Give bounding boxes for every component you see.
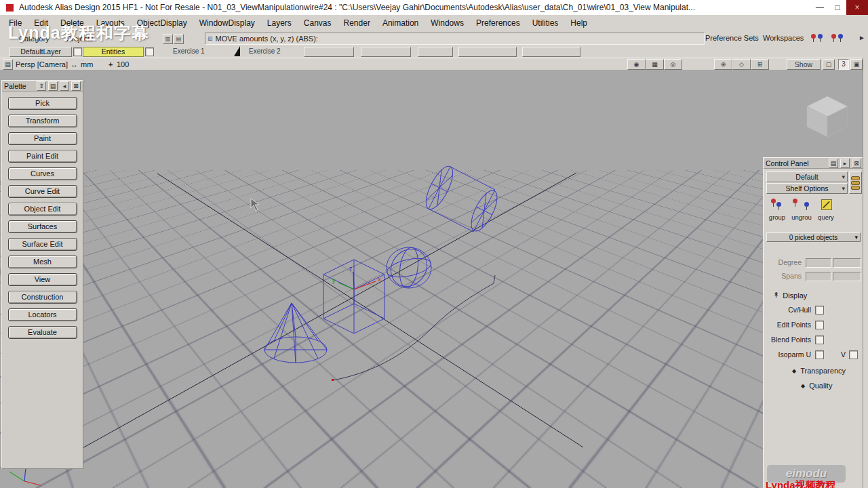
spans-field-1[interactable]	[806, 272, 831, 281]
menu-item-animation[interactable]: Animation	[376, 16, 425, 30]
wireframe-sphere[interactable]	[383, 242, 434, 293]
shelf-empty-slot[interactable]	[304, 47, 354, 57]
curve-endpoint	[332, 379, 334, 381]
cv-hull-checkbox[interactable]	[815, 306, 824, 314]
shelf-stack-button[interactable]	[849, 171, 862, 194]
palette-button-locators[interactable]: Locators	[8, 308, 77, 321]
resize-icon[interactable]: ↔	[71, 60, 78, 68]
palette-button-view[interactable]: View	[8, 273, 77, 286]
palette-menu-icon[interactable]: ▤	[48, 81, 58, 91]
move-icon[interactable]: +	[108, 60, 113, 68]
menu-item-render[interactable]: Render	[338, 16, 376, 30]
wireframe-cylinder[interactable]	[421, 163, 502, 235]
display-section-header[interactable]: ↟ Display	[773, 291, 807, 300]
zoom-icon[interactable]: ◎	[664, 59, 682, 70]
isoparm-v-label: V	[841, 350, 846, 359]
layout-icon[interactable]: ▣	[850, 59, 863, 70]
shelf-options-dropdown[interactable]: Shelf Options ▾	[766, 183, 848, 194]
picked-objects-bar[interactable]: 0 picked objects ▾	[766, 232, 861, 242]
palette-close-icon[interactable]: ⊠	[71, 81, 81, 91]
window-menu-icon[interactable]: ▤	[3, 59, 13, 70]
close-button[interactable]: ×	[846, 0, 868, 15]
palette-button-construction[interactable]: Construction	[8, 291, 77, 304]
menu-item-windows[interactable]: Windows	[425, 16, 470, 30]
orbit-icon[interactable]: ◇	[732, 59, 751, 70]
transparency-label: Transparency	[800, 367, 846, 375]
workspaces-button[interactable]: Workspaces	[763, 34, 804, 42]
fit-view-icon[interactable]: ⊞	[751, 59, 769, 70]
minimize-button[interactable]: —	[811, 3, 829, 12]
perspective-viewport[interactable]: z x y	[0, 70, 868, 488]
wireframe-cube[interactable]	[323, 260, 384, 333]
palette-button-paint-edit[interactable]: Paint Edit	[8, 150, 77, 163]
palette-button-evaluate[interactable]: Evaluate	[8, 326, 77, 339]
shelf-tab-exercise1[interactable]: Exercise 1	[170, 47, 235, 56]
wireframe-curve[interactable]	[332, 275, 495, 381]
palette-button-paint[interactable]: Paint	[8, 132, 77, 145]
edit-points-checkbox[interactable]	[815, 321, 824, 329]
palette-button-curves[interactable]: Curves	[8, 167, 77, 180]
control-panel-header[interactable]: Control Panel ▤ ▸ ⊠	[764, 158, 863, 169]
palette-button-surfaces[interactable]: Surfaces	[8, 220, 77, 233]
quality-toggle[interactable]: ◆ Quality	[801, 382, 832, 390]
grid-size-value[interactable]: 100	[117, 60, 129, 68]
show-button[interactable]: Show	[787, 59, 821, 70]
blend-points-checkbox[interactable]	[815, 336, 824, 344]
palette-button-surface-edit[interactable]: Surface Edit	[8, 238, 77, 251]
palette-button-transform[interactable]: Transform	[8, 115, 77, 127]
spans-field-2[interactable]	[833, 272, 861, 281]
blend-points-row: Blend Points	[764, 336, 863, 346]
palette-button-pick[interactable]: Pick	[8, 97, 77, 110]
preset-dropdown[interactable]: Default ▾	[766, 171, 848, 182]
menu-item-utilities[interactable]: Utilities	[526, 16, 565, 30]
shelf-empty-slot[interactable]	[361, 47, 411, 57]
isoparm-v-checkbox[interactable]	[849, 350, 858, 359]
tree-icon: ↟	[773, 291, 779, 300]
group-tool[interactable]: group	[765, 196, 789, 227]
film-gate-icon[interactable]: ▦	[646, 59, 664, 70]
degree-field-1[interactable]	[806, 258, 831, 268]
query-tool[interactable]: query	[814, 196, 838, 227]
wireframe-cone[interactable]	[264, 303, 327, 363]
frame-icon[interactable]: ▢	[823, 59, 835, 70]
camera-label[interactable]: Persp [Camera]	[16, 60, 68, 68]
viewport-canvas[interactable]: z x y	[0, 70, 868, 488]
shelf-tab-exercise2[interactable]: Exercise 2	[245, 47, 302, 56]
list-toggle-icon[interactable]: ▤	[174, 34, 184, 44]
toolbar-overflow-arrow[interactable]: ►	[859, 34, 865, 41]
palette-collapse-icon[interactable]: ◂	[60, 81, 69, 91]
shelf-empty-slot[interactable]	[418, 47, 453, 57]
menu-item-canvas[interactable]: Canvas	[298, 16, 338, 30]
transparency-toggle[interactable]: ◆ Transparency	[792, 367, 846, 375]
look-through-icon[interactable]: ◉	[627, 59, 646, 70]
palette-resize-icon[interactable]: ⇕	[37, 81, 46, 91]
blue-pin-icon	[818, 34, 823, 42]
marker-pins-a[interactable]	[811, 34, 823, 42]
palette-button-curve-edit[interactable]: Curve Edit	[8, 185, 77, 198]
shelf-empty-slot[interactable]	[458, 47, 517, 57]
control-panel-menu-icon[interactable]: ▤	[829, 159, 838, 168]
menu-item-help[interactable]: Help	[564, 16, 593, 30]
degree-field-2[interactable]	[833, 258, 861, 268]
prompt-line-input[interactable]: ⊞ MOVE amounts (x, y, z) (ABS):	[205, 33, 705, 45]
isoparm-u-checkbox[interactable]	[815, 350, 824, 359]
menu-item-layers[interactable]: Layers	[261, 16, 298, 30]
menu-item-windowdisplay[interactable]: WindowDisplay	[193, 16, 261, 30]
preference-sets-button[interactable]: Preference Sets	[705, 34, 759, 42]
marker-pins-b[interactable]	[831, 34, 844, 42]
palette-button-mesh[interactable]: Mesh	[8, 256, 77, 268]
layer-toggle-checkbox[interactable]	[73, 47, 82, 56]
track-icon[interactable]: ⊕	[714, 59, 732, 70]
shelf-tab-entities[interactable]: Entities	[83, 47, 144, 57]
menu-item-preferences[interactable]: Preferences	[470, 16, 526, 30]
palette-header[interactable]: Palette ⇕ ▤ ◂ ⊠	[2, 81, 83, 92]
control-panel-expand-icon[interactable]: ▸	[840, 159, 850, 168]
shelf-empty-slot[interactable]	[522, 47, 580, 57]
pane-toggle-icon[interactable]: ▥	[163, 34, 173, 44]
ungroup-tool[interactable]: ungrou	[789, 196, 814, 227]
maximize-button[interactable]: □	[829, 3, 846, 12]
palette-button-object-edit[interactable]: Object Edit	[8, 203, 77, 216]
control-panel-close-icon[interactable]: ⊠	[852, 159, 861, 168]
shelf-toggle-checkbox[interactable]	[145, 47, 154, 56]
default-layer-button[interactable]: DefaultLayer	[9, 47, 72, 57]
